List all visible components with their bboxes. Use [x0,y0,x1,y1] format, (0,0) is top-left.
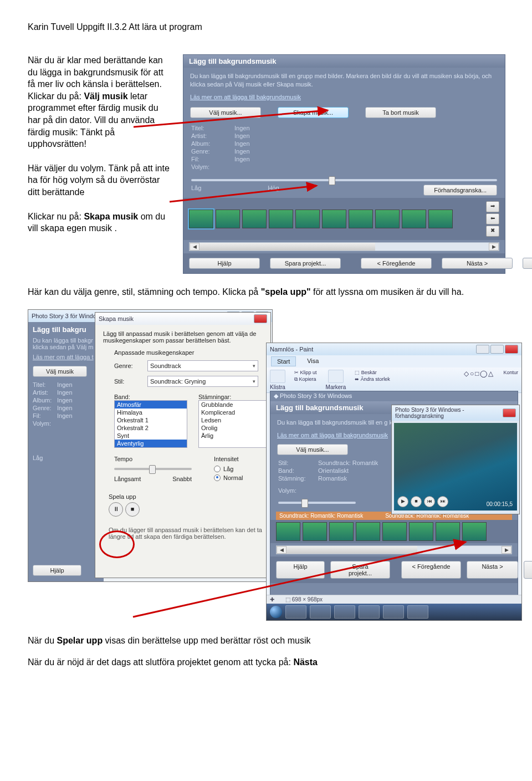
taskbar-item[interactable] [407,605,428,619]
list-item[interactable]: Synt [115,432,187,440]
taskbar-item[interactable] [383,605,404,619]
thumbnail[interactable] [295,210,320,228]
stop-icon[interactable]: ■ [125,502,140,517]
move-right-icon[interactable]: ➡ [486,201,499,212]
thumbnail[interactable] [269,210,293,228]
band-listbox[interactable]: Atmosfär Himalaya Orkestralt 1 Orkestral… [114,400,187,448]
play-icon[interactable]: ▶ [397,496,408,507]
previous-button[interactable]: < Föregående [401,561,461,579]
valj-musik-button-cropped[interactable]: Välj musik [33,366,87,377]
meta-value: Ingen [57,389,99,396]
radio-normal[interactable] [214,474,221,481]
cancel-button[interactable]: Avbryt [523,258,532,269]
thumbnail[interactable] [409,522,433,541]
help-button[interactable]: Hjälp [189,258,260,269]
cancel-button[interactable]: Avbryt [524,561,532,579]
thumbnail[interactable] [356,522,380,541]
maximize-icon[interactable] [490,345,504,354]
genre-combo[interactable]: Soundtrack▾ [147,360,258,371]
thumbnail[interactable] [375,210,400,228]
ribbon-label[interactable]: Beskär [361,370,377,375]
previous-button[interactable]: < Föregående [361,258,432,269]
help-button[interactable]: Hjälp [33,565,81,576]
meta-value: Ingen [57,405,99,411]
stop-icon[interactable]: ■ [411,496,422,507]
meta-value: Ingen [234,140,497,147]
start-orb-icon[interactable] [270,606,282,618]
thumbnail[interactable] [402,210,426,228]
help-link[interactable]: Läs mer om att lägga till bakgrundsmusik [270,432,395,443]
list-item[interactable]: Orolig [199,424,271,432]
list-item[interactable]: Orkestralt 2 [115,424,187,432]
help-link[interactable]: Läs mer om att lägga till bakgrundsmusik [183,94,308,105]
taskbar-item[interactable] [334,605,355,619]
list-item[interactable]: Ärlig [199,432,271,440]
save-project-button[interactable]: Spara projekt... [330,561,390,579]
next-track-icon[interactable]: ⏭ [437,496,448,507]
pause-icon[interactable]: ⏸ [109,502,123,517]
list-item[interactable]: Himalaya [115,409,187,416]
list-item[interactable]: Komplicerad [199,409,271,416]
list-item[interactable]: Ledsen [199,416,271,424]
next-button[interactable]: Nästa > [442,258,513,269]
valj-musik-button[interactable]: Välj musik... [277,444,348,455]
ribbon-label[interactable]: Kopiera [299,376,316,382]
taskbar-item[interactable] [310,605,331,619]
dialog-title: Skapa musik [99,315,134,322]
thumbnail[interactable] [428,210,453,228]
close-icon[interactable] [254,314,267,323]
move-left-icon[interactable]: ⬅ [486,213,499,224]
ribbon-label[interactable]: Klipp ut [300,370,317,375]
thumbnail[interactable] [216,210,240,228]
prev-track-icon[interactable]: ⏮ [424,496,435,507]
thumbnail[interactable] [462,522,487,541]
ta-bort-musik-button[interactable]: Ta bort musik [365,107,436,118]
taskbar-item[interactable] [285,605,306,619]
thumbnail[interactable] [303,522,327,541]
thumbnail[interactable] [242,210,267,228]
delete-icon[interactable]: ✖ [486,226,499,237]
ribbon-label[interactable]: Ändra storlek [361,376,390,382]
volume-slider[interactable] [183,175,505,185]
skapa-musik-button[interactable]: Skapa musik... [278,107,349,118]
list-item[interactable]: Äventyrlig [115,440,187,447]
horizontal-scrollbar[interactable]: ◀▶ [189,242,499,251]
thumbnail[interactable] [322,210,346,228]
track-label: Soundtrack: Romantik: Romantisk [279,513,363,519]
bg-link[interactable]: Läs mer om att lägga t [33,354,99,360]
thumbnail[interactable] [436,522,460,541]
meta-label: Fil: [33,412,54,419]
list-item[interactable]: Orkestralt 1 [115,416,187,424]
ribbon-label[interactable]: Kontur [503,370,518,375]
windows-taskbar [267,604,521,620]
close-icon[interactable] [505,345,518,354]
list-item[interactable]: Grubblande [199,401,271,409]
next-button[interactable]: Nästa > [467,561,518,579]
meta-label: Genre: [33,405,54,411]
shapes-gallery-icon[interactable]: ◇○□◯△ [464,370,495,390]
thumbnail[interactable] [382,522,407,541]
horizontal-scrollbar[interactable]: ◀▶ [276,545,512,554]
stamning-listbox[interactable]: Grubblande Komplicerad Ledsen Orolig Ärl… [198,400,272,448]
thumbnail[interactable] [329,522,354,541]
thumbnail[interactable] [276,522,300,541]
select-icon[interactable] [328,370,344,383]
taskbar-item[interactable] [359,605,380,619]
close-icon[interactable] [503,409,516,417]
list-item[interactable]: Atmosfär [115,401,187,409]
thumbnail[interactable] [349,210,373,228]
help-button[interactable]: Hjälp [276,561,325,579]
preview-button[interactable]: Förhandsgranska... [423,185,497,196]
radio-low[interactable] [214,466,221,472]
minimize-icon[interactable] [476,345,489,354]
tab-visa[interactable]: Visa [301,356,324,366]
thumbnail[interactable] [189,210,213,228]
valj-musik-button[interactable]: Välj musik... [190,107,261,118]
meta-label: Artist: [33,389,54,396]
tab-start[interactable]: Start [271,356,296,366]
save-project-button[interactable]: Spara projekt... [270,258,341,269]
meta-label: Stil: [278,460,311,466]
paste-icon[interactable] [270,370,285,383]
meta-label: Band: [278,467,311,474]
stil-combo[interactable]: Soundtrack: Gryning▾ [147,376,258,387]
